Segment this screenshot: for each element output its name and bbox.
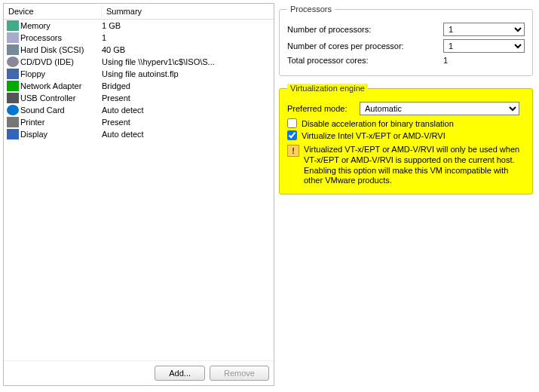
virtualize-vtx-label: Virtualize Intel VT-x/EPT or AMD-V/RVI xyxy=(302,131,525,140)
device-row[interactable]: Processors1 xyxy=(4,32,274,44)
num-processors-label: Number of processors: xyxy=(287,25,443,34)
hdd-icon xyxy=(7,44,19,55)
cpu-icon xyxy=(7,32,19,43)
device-row[interactable]: Sound CardAuto detect xyxy=(4,104,274,116)
device-row[interactable]: DisplayAuto detect xyxy=(4,128,274,140)
device-summary: 1 GB xyxy=(102,21,271,30)
device-row[interactable]: FloppyUsing file autoinst.flp xyxy=(4,68,274,80)
disable-accel-checkbox[interactable] xyxy=(287,118,297,128)
device-name: USB Controller xyxy=(20,93,75,103)
device-summary: Auto detect xyxy=(102,130,271,139)
printer-icon xyxy=(7,117,19,127)
device-row[interactable]: CD/DVD (IDE)Using file \\hyperv1\c$\ISO\… xyxy=(4,56,274,68)
device-summary: 40 GB xyxy=(102,45,271,54)
processors-legend: Processors xyxy=(287,5,335,14)
col-summary: Summary xyxy=(102,4,274,19)
virtualization-warning: ! Virtualized VT-x/EPT or AMD-V/RVI will… xyxy=(287,145,525,186)
nic-icon xyxy=(7,81,19,91)
device-row[interactable]: Hard Disk (SCSI)40 GB xyxy=(4,44,274,56)
device-list-header: Device Summary xyxy=(4,4,274,20)
num-processors-select[interactable]: 1 xyxy=(443,23,525,36)
cd-icon xyxy=(7,57,19,67)
disable-accel-label: Disable acceleration for binary translat… xyxy=(302,119,525,128)
device-name: Floppy xyxy=(20,69,45,78)
device-name: Display xyxy=(20,130,47,139)
memory-icon xyxy=(7,20,19,31)
device-name: Processors xyxy=(20,33,62,42)
device-summary: Present xyxy=(102,118,271,127)
hardware-panel: Device Summary Memory1 GBProcessors1Hard… xyxy=(3,3,274,386)
device-summary: Using file autoinst.flp xyxy=(102,69,271,78)
device-list[interactable]: Device Summary Memory1 GBProcessors1Hard… xyxy=(4,4,274,360)
device-summary: Auto detect xyxy=(102,106,271,115)
total-cores-label: Total processor cores: xyxy=(287,56,443,65)
processors-group: Processors Number of processors: 1 Numbe… xyxy=(279,5,533,76)
virtualization-group: Virtualization engine Preferred mode: Au… xyxy=(279,84,533,194)
device-row[interactable]: Network AdapterBridged xyxy=(4,80,274,92)
device-summary: 1 xyxy=(102,33,271,42)
device-summary: Bridged xyxy=(102,81,271,90)
total-cores-value: 1 xyxy=(443,56,525,65)
preferred-mode-select[interactable]: Automatic xyxy=(360,102,519,115)
warning-text: Virtualized VT-x/EPT or AMD-V/RVI will o… xyxy=(304,145,525,186)
cores-per-proc-label: Number of cores per processor: xyxy=(287,41,443,51)
device-name: Printer xyxy=(20,118,44,127)
device-summary: Present xyxy=(102,93,271,103)
add-button[interactable]: Add... xyxy=(155,366,205,381)
device-name: Network Adapter xyxy=(20,81,81,90)
device-row[interactable]: USB ControllerPresent xyxy=(4,92,274,104)
device-name: CD/DVD (IDE) xyxy=(20,57,74,66)
device-buttons: Add... Remove xyxy=(4,360,274,385)
remove-button[interactable]: Remove xyxy=(210,366,269,381)
device-summary: Using file \\hyperv1\c$\ISO\S... xyxy=(102,57,271,66)
col-device: Device xyxy=(4,4,102,19)
display-icon xyxy=(7,129,19,139)
device-name: Sound Card xyxy=(20,106,65,115)
sound-icon xyxy=(7,105,19,115)
settings-panel: Processors Number of processors: 1 Numbe… xyxy=(279,3,536,386)
warning-icon: ! xyxy=(287,145,299,157)
device-row[interactable]: Memory1 GB xyxy=(4,20,274,32)
usb-icon xyxy=(7,93,19,103)
virtualization-legend: Virtualization engine xyxy=(287,84,368,93)
device-name: Memory xyxy=(20,21,51,30)
device-row[interactable]: PrinterPresent xyxy=(4,116,274,128)
preferred-mode-label: Preferred mode: xyxy=(287,104,360,113)
virtualize-vtx-checkbox[interactable] xyxy=(287,130,297,140)
device-name: Hard Disk (SCSI) xyxy=(20,45,84,54)
floppy-icon xyxy=(7,69,19,79)
cores-per-proc-select[interactable]: 1 xyxy=(443,39,525,53)
